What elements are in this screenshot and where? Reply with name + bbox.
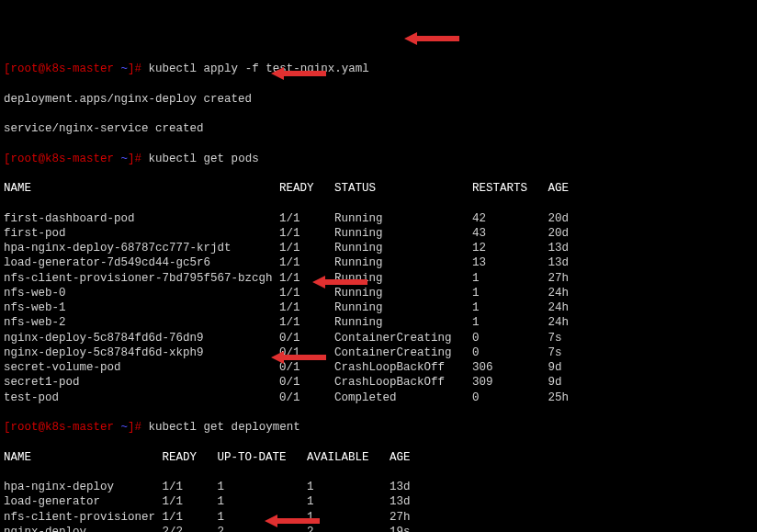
deployment-row: nginx-deploy 2/2 2 2 19s: [4, 525, 753, 532]
output-line: deployment.apps/nginx-deploy created: [4, 92, 753, 107]
arrow-annotation-icon: [404, 0, 459, 62]
deployment-row: hpa-nginx-deploy 1/1 1 1 13d: [4, 480, 753, 494]
pod-row: load-generator-7d549cd44-gc5r6 1/1 Runni…: [4, 255, 753, 270]
pod-row: nfs-web-0 1/1 Running 1 24h: [4, 286, 753, 300]
pod-row: nginx-deploy-5c8784fd6d-xkph9 0/1 Contai…: [4, 345, 753, 360]
pods-header-1: NAME READY STATUS RESTARTS AGE: [4, 181, 753, 196]
prompt-line-3[interactable]: [root@k8s-master ~]# kubectl get deploym…: [4, 420, 753, 435]
pod-row: test-pod 0/1 Completed 0 25h: [4, 391, 753, 405]
pod-row: nginx-deploy-5c8784fd6d-76dn9 0/1 Contai…: [4, 331, 753, 345]
prompt-line-2[interactable]: [root@k8s-master ~]# kubectl get pods: [4, 152, 753, 166]
prompt-line-1[interactable]: [root@k8s-master ~]# kubectl apply -f te…: [4, 62, 753, 76]
deploy-header: NAME READY UP-TO-DATE AVAILABLE AGE: [4, 450, 753, 465]
pod-row: nfs-web-1 1/1 Running 1 24h: [4, 300, 753, 315]
pod-row: nfs-web-2 1/1 Running 1 24h: [4, 315, 753, 330]
pod-row: secret1-pod 0/1 CrashLoopBackOff 309 9d: [4, 375, 753, 390]
svg-marker-0: [404, 32, 459, 45]
command-1: kubectl apply -f test-nginx.yaml: [149, 62, 369, 75]
output-line: service/nginx-service created: [4, 121, 753, 136]
deployment-row: load-generator 1/1 1 1 13d: [4, 494, 753, 509]
command-2: kubectl get pods: [149, 153, 259, 165]
pod-row: nfs-client-provisioner-7bd795f567-bzcgh …: [4, 271, 753, 286]
deployment-row: nfs-client-provisioner 1/1 1 1 27h: [4, 510, 753, 525]
command-3: kubectl get deployment: [149, 421, 300, 434]
pod-row: hpa-nginx-deploy-68787cc777-krjdt 1/1 Ru…: [4, 241, 753, 255]
pod-row: first-dashboard-pod 1/1 Running 42 20d: [4, 211, 753, 226]
pod-row: first-pod 1/1 Running 43 20d: [4, 226, 753, 241]
pod-row: secret-volume-pod 0/1 CrashLoopBackOff 3…: [4, 360, 753, 375]
